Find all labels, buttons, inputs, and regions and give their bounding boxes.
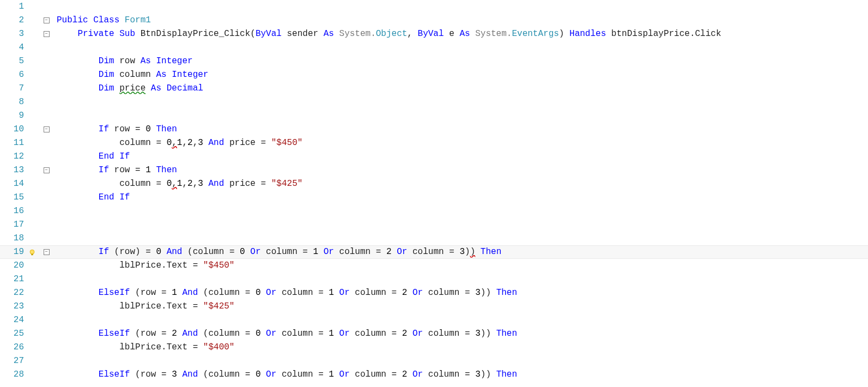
- line-number: 16: [0, 204, 27, 218]
- fold-toggle-icon[interactable]: −: [44, 31, 50, 37]
- code-text[interactable]: [57, 109, 868, 123]
- line-number: 26: [0, 341, 27, 354]
- line-number: 8: [0, 95, 27, 109]
- code-text[interactable]: End If: [57, 150, 868, 164]
- svg-point-0: [30, 250, 34, 254]
- code-line[interactable]: 4: [0, 41, 868, 55]
- line-number: 24: [0, 313, 27, 327]
- line-number: 6: [0, 68, 27, 82]
- code-line[interactable]: 21: [0, 273, 868, 286]
- code-text[interactable]: [57, 354, 868, 368]
- line-number: 3: [0, 27, 27, 41]
- code-text[interactable]: [57, 313, 868, 327]
- line-number: 9: [0, 109, 27, 123]
- fold-toggle-icon[interactable]: −: [44, 126, 50, 132]
- line-number: 12: [0, 150, 27, 164]
- code-line[interactable]: 16: [0, 204, 868, 218]
- code-text[interactable]: Dim column As Integer: [57, 68, 868, 82]
- code-line[interactable]: 7 Dim price As Decimal: [0, 82, 868, 95]
- code-text[interactable]: [57, 232, 868, 245]
- code-text[interactable]: If row = 0 Then: [57, 123, 868, 136]
- code-line[interactable]: 13− If row = 1 Then: [0, 164, 868, 177]
- code-text[interactable]: lblPrice.Text = "$400": [57, 341, 868, 354]
- line-number: 18: [0, 232, 27, 245]
- code-text[interactable]: ElseIf (row = 3 And (column = 0 Or colum…: [57, 368, 868, 382]
- code-text[interactable]: If row = 1 Then: [57, 164, 868, 177]
- code-line[interactable]: 17: [0, 218, 868, 232]
- line-number: 2: [0, 14, 27, 27]
- line-number: 10: [0, 123, 27, 136]
- code-text[interactable]: [57, 95, 868, 109]
- code-line[interactable]: 25 ElseIf (row = 2 And (column = 0 Or co…: [0, 327, 868, 341]
- fold-column[interactable]: −: [41, 126, 51, 132]
- code-editor[interactable]: 12−Public Class Form13− Private Sub BtnD…: [0, 0, 868, 382]
- code-text[interactable]: Dim price As Decimal: [57, 82, 868, 95]
- code-text[interactable]: [57, 204, 868, 218]
- code-text[interactable]: Public Class Form1: [57, 14, 868, 27]
- fold-toggle-icon[interactable]: −: [44, 167, 50, 173]
- code-text[interactable]: ElseIf (row = 2 And (column = 0 Or colum…: [57, 327, 868, 341]
- line-number: 17: [0, 218, 27, 232]
- code-line[interactable]: 19− If (row) = 0 And (column = 0 Or colu…: [0, 245, 868, 259]
- code-line[interactable]: 26 lblPrice.Text = "$400": [0, 341, 868, 354]
- line-number: 23: [0, 300, 27, 313]
- code-line[interactable]: 27: [0, 354, 868, 368]
- line-number: 25: [0, 327, 27, 341]
- line-number: 21: [0, 273, 27, 286]
- fold-column[interactable]: −: [41, 167, 51, 173]
- code-line[interactable]: 12 End If: [0, 150, 868, 164]
- code-line[interactable]: 24: [0, 313, 868, 327]
- code-text[interactable]: lblPrice.Text = "$425": [57, 300, 868, 313]
- line-number: 1: [0, 0, 27, 14]
- line-number: 28: [0, 368, 27, 382]
- lightbulb-icon[interactable]: [28, 249, 36, 256]
- code-text[interactable]: column = 0,1,2,3 And price = "$450": [57, 136, 868, 150]
- line-number: 20: [0, 259, 27, 273]
- code-line[interactable]: 14 column = 0,1,2,3 And price = "$425": [0, 177, 868, 191]
- line-number: 7: [0, 82, 27, 95]
- fold-toggle-icon[interactable]: −: [44, 249, 50, 255]
- code-line[interactable]: 5 Dim row As Integer: [0, 55, 868, 68]
- code-line[interactable]: 28 ElseIf (row = 3 And (column = 0 Or co…: [0, 368, 868, 382]
- code-text[interactable]: If (row) = 0 And (column = 0 Or column =…: [57, 245, 868, 259]
- code-line[interactable]: 9: [0, 109, 868, 123]
- code-text[interactable]: lblPrice.Text = "$450": [57, 259, 868, 273]
- fold-column[interactable]: −: [41, 249, 51, 255]
- code-line[interactable]: 11 column = 0,1,2,3 And price = "$450": [0, 136, 868, 150]
- code-line[interactable]: 15 End If: [0, 191, 868, 204]
- code-text[interactable]: Private Sub BtnDisplayPrice_Click(ByVal …: [57, 27, 868, 41]
- line-number: 15: [0, 191, 27, 204]
- code-line[interactable]: 6 Dim column As Integer: [0, 68, 868, 82]
- line-number: 19: [0, 245, 27, 259]
- fold-column[interactable]: −: [41, 17, 51, 23]
- code-line[interactable]: 22 ElseIf (row = 1 And (column = 0 Or co…: [0, 286, 868, 300]
- code-line[interactable]: 10− If row = 0 Then: [0, 123, 868, 136]
- code-text[interactable]: End If: [57, 191, 868, 204]
- code-line[interactable]: 23 lblPrice.Text = "$425": [0, 300, 868, 313]
- fold-toggle-icon[interactable]: −: [44, 17, 50, 23]
- code-line[interactable]: 1: [0, 0, 868, 14]
- code-line[interactable]: 8: [0, 95, 868, 109]
- code-line[interactable]: 3− Private Sub BtnDisplayPrice_Click(ByV…: [0, 27, 868, 41]
- code-text[interactable]: [57, 41, 868, 55]
- code-line[interactable]: 2−Public Class Form1: [0, 14, 868, 27]
- line-number: 22: [0, 286, 27, 300]
- line-number: 27: [0, 354, 27, 368]
- line-number: 4: [0, 41, 27, 55]
- code-text[interactable]: Dim row As Integer: [57, 55, 868, 68]
- code-line[interactable]: 18: [0, 232, 868, 245]
- code-text[interactable]: [57, 218, 868, 232]
- line-number: 14: [0, 177, 27, 191]
- fold-column[interactable]: −: [41, 31, 51, 37]
- line-number: 11: [0, 136, 27, 150]
- code-text[interactable]: ElseIf (row = 1 And (column = 0 Or colum…: [57, 286, 868, 300]
- code-text[interactable]: column = 0,1,2,3 And price = "$425": [57, 177, 868, 191]
- code-text[interactable]: [57, 273, 868, 286]
- line-number: 5: [0, 55, 27, 68]
- svg-rect-1: [31, 253, 33, 255]
- code-line[interactable]: 20 lblPrice.Text = "$450": [0, 259, 868, 273]
- line-number: 13: [0, 164, 27, 177]
- hint-column: [27, 249, 37, 256]
